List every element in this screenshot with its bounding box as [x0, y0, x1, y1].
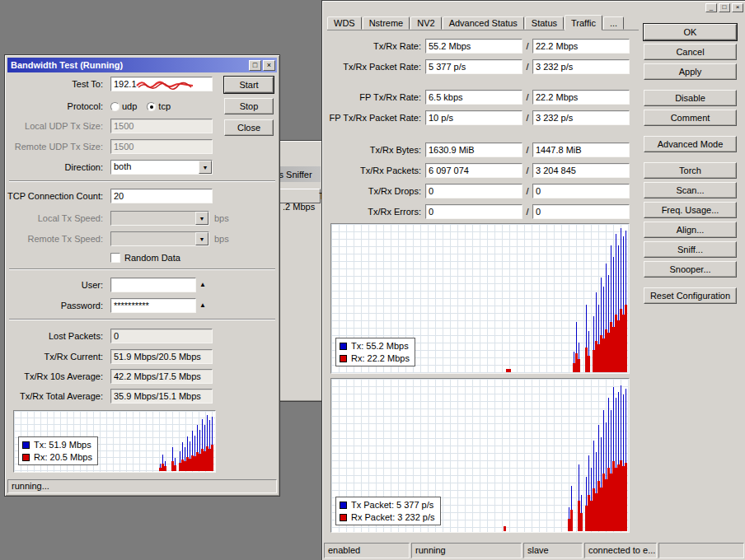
freq-usage-button[interactable]: Freq. Usage... [644, 202, 737, 218]
graph-bar-slot [211, 412, 213, 471]
tab-nstreme[interactable]: Nstreme [363, 16, 410, 30]
tab-empty[interactable]: ... [603, 16, 624, 30]
tx-packet-color-swatch [340, 502, 347, 509]
interface-traffic-window: _ □ × WDSNstremeNV2Advanced StatusStatus… [321, 0, 745, 560]
stat-fp-tx-rx-rate-tx[interactable] [425, 90, 522, 105]
random-data-checkbox[interactable] [110, 253, 120, 263]
torch-button[interactable]: Torch [644, 162, 737, 179]
statusbar-segment-empty [658, 543, 744, 558]
stat-tx-rx-rate-tx[interactable] [425, 39, 522, 54]
stat-row-tx-rx-packets: Tx/Rx Packets:/ [322, 163, 640, 178]
reset-configuration-button[interactable]: Reset Configuration [644, 287, 737, 304]
stat-tx-rx-packet-rate-tx[interactable] [425, 59, 522, 74]
protocol-radio-udp[interactable]: udp [110, 101, 137, 111]
password-input[interactable] [110, 298, 196, 313]
stat-tx-rx-packet-rate-rx[interactable] [532, 59, 630, 74]
close-button[interactable]: × [263, 60, 275, 71]
user-input[interactable] [110, 278, 196, 292]
cancel-button[interactable]: Cancel [644, 44, 737, 60]
start-button[interactable]: Start [224, 77, 274, 93]
snooper-button[interactable]: Snooper... [644, 261, 737, 278]
stat-tx-rx-bytes-rx[interactable] [532, 142, 630, 157]
slash-separator: / [522, 92, 532, 102]
legend-row: Rx: 20.5 Mbps [22, 452, 92, 462]
close-button[interactable]: Close [224, 119, 274, 136]
test-to-input[interactable] [110, 77, 213, 91]
protocol-radio-tcp[interactable]: tcp [147, 101, 171, 111]
action-button-column: OKCancelApplyDisableCommentAdvanced Mode… [644, 24, 737, 307]
chevron-down-icon[interactable]: ▼ [199, 161, 212, 174]
ok-button[interactable]: OK [644, 24, 737, 40]
remote-udp-tx-size-input[interactable] [110, 139, 213, 154]
sniff-button[interactable]: Sniff... [644, 241, 737, 258]
apply-button[interactable]: Apply [644, 63, 737, 80]
tx-color-swatch [340, 343, 347, 350]
stat-tx-rx-bytes-tx[interactable] [425, 142, 522, 157]
radio-label: udp [122, 101, 137, 111]
stat-tx-rx-drops-tx[interactable] [425, 184, 522, 198]
legend-text: Rx: 20.5 Mbps [34, 452, 92, 462]
tcp-connection-count-input[interactable] [110, 189, 213, 203]
maximize-button[interactable]: □ [719, 3, 730, 12]
stat-label: FP Tx/Rx Rate: [322, 92, 425, 102]
tab-traffic[interactable]: Traffic [565, 15, 602, 30]
stat-fp-tx-rx-rate-rx[interactable] [532, 90, 630, 105]
remote-tx-speed-dropdown[interactable]: ▼ [110, 231, 209, 246]
graph-bar-slot [625, 225, 627, 372]
minimize-button[interactable]: _ [705, 3, 717, 12]
direction-dropdown[interactable]: both ▼ [110, 160, 213, 175]
slash-separator: / [522, 145, 532, 155]
statusbar-segment-enabled: enabled [324, 543, 410, 558]
align-button[interactable]: Align... [644, 222, 737, 238]
tab-status[interactable]: Status [525, 16, 564, 30]
tab-wds[interactable]: WDS [327, 16, 362, 30]
stat-tx-rx-rate-rx[interactable] [532, 39, 630, 54]
stat-tx-rx-drops-rx[interactable] [532, 184, 630, 198]
stat-tx-rx-packets-rx[interactable] [532, 163, 630, 178]
stat-tx-rx-errors-rx[interactable] [532, 204, 630, 219]
graph-legend: Tx: 55.2 MbpsRx: 22.2 Mbps [335, 338, 415, 366]
comment-button[interactable]: Comment [644, 110, 737, 126]
unit-label: bps [214, 213, 229, 223]
tx-rx-10s-average-value[interactable] [110, 369, 213, 384]
close-button[interactable]: × [732, 3, 743, 12]
local-tx-speed-dropdown[interactable]: ▼ [110, 211, 209, 226]
disable-button[interactable]: Disable [644, 90, 737, 106]
traffic-window-titlebar[interactable]: _ □ × [323, 2, 745, 13]
slash-separator: / [522, 207, 532, 217]
remote-tx-speed-value [111, 232, 195, 245]
field-label: User: [5, 280, 107, 290]
stop-button[interactable]: Stop [224, 98, 274, 114]
legend-text: Tx Packet: 5 377 p/s [351, 500, 433, 510]
stat-label: Tx/Rx Drops: [322, 186, 425, 196]
field-row-remote-udp-tx-size: Remote UDP Tx Size: [5, 139, 213, 154]
stat-tx-rx-errors-tx[interactable] [425, 204, 522, 219]
tx-rx-current-value[interactable] [110, 349, 213, 364]
tab-nv2[interactable]: NV2 [410, 16, 441, 30]
field-label: Lost Packets: [5, 331, 107, 341]
bwtest-titlebar[interactable]: Bandwidth Test (Running) □ × [7, 58, 277, 72]
stat-fp-tx-rx-packet-rate-rx[interactable] [532, 110, 630, 125]
tx-rx-total-average-value[interactable] [110, 389, 213, 404]
advanced-mode-button[interactable]: Advanced Mode [644, 136, 737, 152]
tab-advanced-status[interactable]: Advanced Status [443, 16, 524, 30]
maximize-button[interactable]: □ [249, 60, 261, 71]
stat-tx-rx-packets-tx[interactable] [425, 163, 522, 178]
tx-color-swatch [22, 441, 30, 449]
legend-text: Rx: 22.2 Mbps [351, 353, 410, 363]
field-label: Password: [5, 301, 107, 310]
field-row-protocol: Protocol: udp tcp [5, 99, 171, 114]
field-label: Direction: [5, 162, 107, 172]
bwtest-action-buttons: StartStopClose [224, 77, 274, 136]
expand-arrow-icon[interactable]: ▲ [199, 301, 206, 310]
lost-packets-value[interactable] [110, 329, 213, 343]
unit-label: bps [214, 234, 229, 244]
local-udp-tx-size-input[interactable] [110, 119, 213, 133]
expand-arrow-icon[interactable]: ▲ [199, 281, 206, 289]
stat-fp-tx-rx-packet-rate-tx[interactable] [425, 110, 522, 125]
scan-button[interactable]: Scan... [644, 182, 737, 198]
field-row-local-udp-tx-size: Local UDP Tx Size: [5, 119, 213, 133]
chevron-down-icon[interactable]: ▼ [195, 232, 209, 245]
chevron-down-icon[interactable]: ▼ [195, 212, 209, 225]
radio-icon [147, 102, 156, 111]
